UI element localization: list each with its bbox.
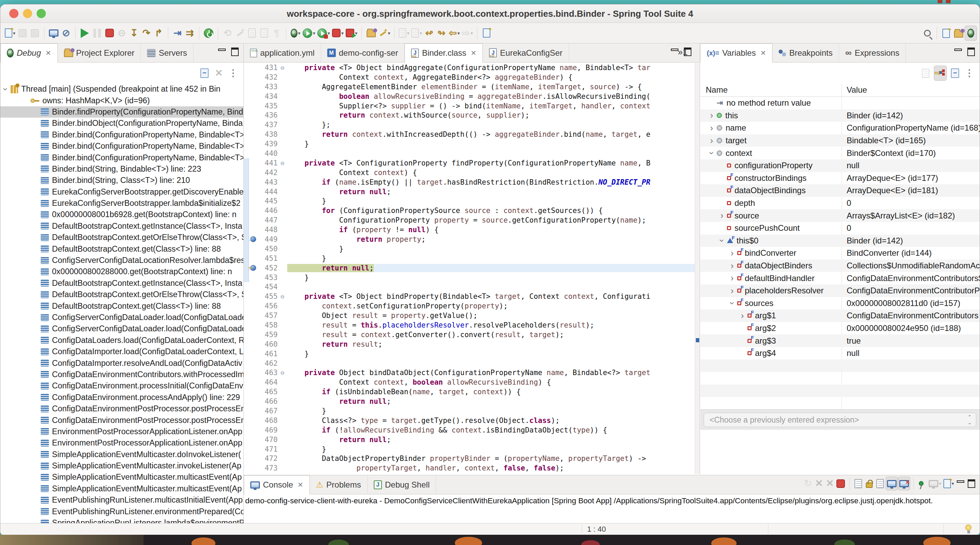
debug-stack-frame[interactable]: SimpleApplicationEventMulticaster.invoke… [0, 460, 243, 472]
column-value[interactable]: Value [846, 85, 867, 95]
code-line[interactable]: 467 } [244, 406, 695, 416]
breakpoint-gutter[interactable] [249, 130, 259, 139]
save-all-button[interactable] [29, 25, 41, 41]
breakpoint-gutter[interactable] [249, 63, 259, 73]
overview-marker[interactable] [696, 338, 699, 342]
variable-row[interactable]: ›dataObjectBindersCollections$Unmodifiab… [700, 259, 980, 272]
debug-stack-frame[interactable]: ConfigServerConfigDataLoader.load(Config… [0, 312, 243, 323]
debug-stack-frame[interactable]: ConfigServerConfigDataLocationResolver.l… [0, 255, 243, 266]
tab-expressions[interactable]: ∞Expressions [839, 43, 906, 62]
show-stderr-button[interactable] [898, 477, 910, 490]
show-whitespace-button[interactable]: ¶ [270, 25, 283, 41]
debug-thread-row[interactable]: ›Thread [main] (Suspended (breakpoint at… [0, 83, 243, 95]
variable-row[interactable]: arg$4null [700, 347, 980, 360]
close-tab-icon[interactable]: ✕ [471, 49, 477, 57]
variable-row[interactable]: sourcePushCount0 [700, 222, 980, 235]
debug-stack-frame[interactable]: DefaultBootstrapContext.getOrElseThrow(C… [0, 289, 243, 300]
code-line[interactable]: 455⊖ private <T> Object bindProperty(Bin… [244, 292, 695, 301]
breakpoint-gutter[interactable] [249, 445, 259, 454]
skip-all-breakpoints-button[interactable]: ⊘ [60, 25, 72, 41]
fold-marker-icon[interactable]: ⊖ [278, 369, 287, 377]
code-line[interactable]: 470 return null; [244, 435, 695, 445]
code-line[interactable]: 433 AggregateElementBinder elementBinder… [244, 82, 695, 92]
variable-row[interactable]: ›targetBindable<T> (id=165) [700, 134, 980, 147]
variable-row[interactable]: ›thisBinder (id=142) [700, 110, 980, 122]
chevron-expanded-icon[interactable]: › [727, 298, 738, 308]
code-line[interactable]: 454 [244, 282, 695, 292]
fold-marker-icon[interactable]: ⊖ [278, 159, 287, 167]
tab-console[interactable]: Console✕ [244, 475, 310, 494]
resume-button[interactable] [79, 25, 91, 41]
breakpoint-gutter[interactable] [249, 139, 259, 149]
display-console-button[interactable]: ▾ [928, 477, 942, 490]
quick-search-button[interactable]: ▾ [377, 25, 391, 41]
breakpoint-gutter[interactable] [249, 425, 259, 435]
debug-stack-frame[interactable]: EnvironmentPostProcessorApplicationListe… [0, 437, 243, 448]
breakpoint-gutter[interactable] [249, 120, 259, 130]
java-source-viewer[interactable]: 431⊖ private <T> Object bindAggregate(Co… [244, 63, 695, 474]
breakpoint-gutter[interactable] [249, 387, 259, 397]
breakpoint-gutter[interactable] [249, 349, 259, 359]
maximize-editor-button[interactable] [684, 48, 691, 56]
tab-application-yml[interactable]: application.yml [244, 43, 321, 62]
breakpoint-gutter[interactable] [249, 320, 259, 330]
step-over-button[interactable]: ↷ [140, 25, 153, 41]
variable-row[interactable]: ›defaultBindHandlerConfigDataEnvironment… [700, 272, 980, 284]
terminate-button[interactable]: ✕ [813, 477, 824, 490]
code-line[interactable]: 462 [244, 359, 695, 368]
minimize-button[interactable] [955, 477, 966, 490]
maximize-button[interactable] [966, 477, 977, 490]
variable-row[interactable]: arg$20x000000080024e950 (id=188) [700, 322, 980, 335]
code-line[interactable]: 456 context.setConfigurationProperty(pro… [244, 301, 695, 311]
debug-stack-frame[interactable]: ConfigServerConfigDataLoader.load(Config… [0, 323, 243, 334]
breakpoint-gutter[interactable] [249, 368, 259, 378]
debug-stack-frame[interactable]: EventPublishingRunListener.multicastInit… [0, 494, 243, 506]
run-external-tools-button[interactable] [234, 25, 246, 41]
variable-row[interactable]: ›nameConfigurationPropertyName (id=168) [700, 122, 980, 134]
debug-stack-frame[interactable]: SpringApplicationRunListeners.lambda$env… [0, 517, 243, 523]
debug-stack-frame[interactable]: 0x000000800288000.get(BootstrapContext) … [0, 266, 243, 277]
variable-row[interactable]: ⇥no method return value [700, 97, 980, 110]
chevron-expanded-icon[interactable]: › [706, 148, 717, 158]
code-line[interactable]: 461 } [244, 349, 695, 359]
breakpoint-gutter[interactable] [249, 406, 259, 416]
variable-row[interactable]: ›arg$1ConfigDataEnvironmentContributors … [700, 310, 980, 322]
chevron-collapsed-icon[interactable]: › [727, 248, 737, 259]
debug-stack-frame[interactable]: ConfigDataEnvironment.processInitial(Con… [0, 380, 243, 391]
debug-stack-frame[interactable]: DefaultBootstrapContext.getInstance(Clas… [0, 278, 243, 289]
variables-column-headers[interactable]: Name Value [700, 84, 980, 97]
debug-stack-frame[interactable]: Binder.bind(String, Class<T>) line: 210 [0, 175, 243, 186]
suspend-button[interactable] [91, 25, 103, 41]
debug-stack-frame[interactable]: ConfigDataEnvironmentPostProcessor.postP… [0, 415, 243, 426]
zoom-window-button[interactable] [37, 9, 46, 18]
debug-stack-frame[interactable]: ConfigDataImporter.load(ConfigDataLoader… [0, 346, 243, 357]
breakpoint-gutter[interactable] [249, 178, 259, 187]
debug-stack-frame[interactable]: SimpleApplicationEventMulticaster.doInvo… [0, 449, 243, 460]
close-tab-icon[interactable]: ✕ [760, 49, 766, 57]
breakpoint-gutter[interactable] [249, 416, 259, 425]
step-return-button[interactable]: ↱ [153, 25, 165, 41]
debug-stack-frame[interactable]: Binder.findProperty(ConfigurationPropert… [0, 106, 243, 118]
close-tab-icon[interactable]: ✕ [298, 481, 303, 489]
debug-stack-frame[interactable]: EurekaConfigServerBootstrapper.lambda$in… [0, 198, 243, 209]
tab-project-explorer[interactable]: Project Explorer [58, 43, 141, 62]
code-line[interactable]: 434 boolean allowRecursiveBinding = aggr… [244, 92, 695, 101]
open-report-button[interactable] [258, 25, 270, 41]
drop-to-frame-button[interactable]: ⇥ [171, 25, 184, 41]
expression-combo[interactable]: <Choose a previously entered expression>… [704, 413, 976, 427]
remove-all-terminated-button[interactable]: ✕ [213, 66, 225, 81]
code-line[interactable]: 460 return result; [244, 340, 695, 349]
minimize-window-button[interactable] [23, 9, 32, 18]
breakpoint-gutter[interactable] [249, 301, 259, 311]
code-line[interactable]: 463⊖ private Object bindDataObject(Confi… [244, 368, 695, 378]
code-line[interactable]: 441⊖ private <T> ConfigurationProperty f… [244, 158, 695, 168]
code-line[interactable]: ✓➜452 return null; [244, 263, 695, 273]
code-line[interactable]: ✓449 return property; [244, 235, 695, 244]
debug-stack-frame[interactable]: EventPublishingRunListener.environmentPr… [0, 506, 243, 517]
debug-stack-frame[interactable]: Binder.bind(ConfigurationPropertyName, B… [0, 140, 243, 152]
breakpoint-gutter[interactable] [249, 149, 259, 158]
search-button[interactable] [921, 25, 934, 41]
breakpoint-gutter[interactable] [249, 110, 259, 120]
overview-ruler[interactable] [695, 63, 700, 474]
code-line[interactable]: 469 if (!allowRecursiveBinding && contex… [244, 425, 695, 435]
